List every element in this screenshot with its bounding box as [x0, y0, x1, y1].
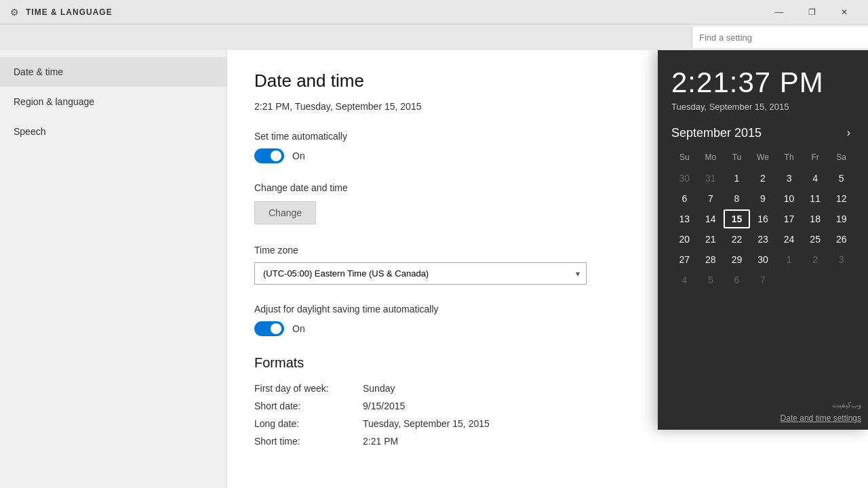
- calendar-day[interactable]: 3: [828, 250, 854, 269]
- calendar-day[interactable]: 8: [724, 189, 750, 208]
- calendar-day[interactable]: 9: [750, 189, 776, 208]
- calendar-header-row: Su Mo Tu We Th Fr Sa: [671, 150, 854, 165]
- calendar-weeks: 3031123456789101112131415161718192021222…: [671, 169, 854, 289]
- calendar-day[interactable]: 24: [776, 230, 802, 249]
- calendar-day[interactable]: 14: [698, 209, 724, 228]
- sidebar: Date & time Region & language Speech: [0, 50, 227, 488]
- calendar-day[interactable]: 4: [802, 169, 829, 188]
- calendar-day[interactable]: 11: [802, 189, 829, 208]
- calendar-day[interactable]: 31: [698, 169, 724, 188]
- timezone-select-wrapper: (UTC-05:00) Eastern Time (US & Canada)(U…: [254, 262, 587, 285]
- sidebar-item-date-time[interactable]: Date & time: [0, 57, 226, 87]
- calendar-day[interactable]: 30: [750, 250, 776, 269]
- calendar-day[interactable]: 15: [724, 209, 750, 228]
- calendar-day[interactable]: [802, 270, 829, 289]
- calendar-settings-link[interactable]: Date and time settings: [781, 413, 861, 423]
- format-row-3: Short time: 2:21 PM: [254, 436, 841, 447]
- calendar-day[interactable]: 2: [802, 250, 829, 269]
- calendar-day[interactable]: 27: [671, 250, 698, 269]
- search-input[interactable]: [692, 26, 868, 48]
- calendar-day[interactable]: 26: [828, 230, 854, 249]
- calendar-day[interactable]: [828, 270, 854, 289]
- cal-header-th: Th: [776, 150, 802, 165]
- cal-header-we: We: [750, 150, 776, 165]
- sidebar-item-region[interactable]: Region & language: [0, 87, 226, 117]
- calendar-next-button[interactable]: ›: [843, 125, 854, 140]
- calendar-day[interactable]: 22: [724, 230, 750, 249]
- settings-icon: ⚙: [8, 6, 20, 18]
- set-time-auto-toggle[interactable]: [254, 148, 284, 163]
- calendar-day[interactable]: 13: [671, 209, 698, 228]
- calendar-day[interactable]: 23: [750, 230, 776, 249]
- calendar-day[interactable]: 2: [750, 169, 776, 188]
- header-search-row: [0, 24, 868, 50]
- calendar-day[interactable]: 16: [750, 209, 776, 228]
- calendar-day[interactable]: 6: [671, 189, 698, 208]
- cal-header-sa: Sa: [828, 150, 854, 165]
- daylight-saving-toggle[interactable]: [254, 321, 284, 336]
- minimize-button[interactable]: —: [764, 3, 795, 22]
- calendar-day[interactable]: 28: [698, 250, 724, 269]
- timezone-select[interactable]: (UTC-05:00) Eastern Time (US & Canada)(U…: [254, 262, 587, 285]
- calendar-day[interactable]: 20: [671, 230, 698, 249]
- calendar-day[interactable]: 7: [750, 270, 776, 289]
- title-bar-text: TIME & LANGUAGE: [26, 7, 764, 17]
- calendar-day[interactable]: 25: [802, 230, 829, 249]
- calendar-week-row: 303112345: [671, 169, 854, 188]
- calendar-grid: Su Mo Tu We Th Fr Sa 3031123456789101112…: [671, 150, 854, 289]
- content-area-wrapper: Date and time 2:21 PM, Tuesday, Septembe…: [227, 50, 868, 488]
- calendar-week-row: 20212223242526: [671, 230, 854, 249]
- calendar-day[interactable]: 17: [776, 209, 802, 228]
- calendar-day[interactable]: 21: [698, 230, 724, 249]
- calendar-day[interactable]: 18: [802, 209, 829, 228]
- calendar-day[interactable]: [776, 270, 802, 289]
- calendar-week-row: 27282930123: [671, 250, 854, 269]
- calendar-day[interactable]: 10: [776, 189, 802, 208]
- calendar-day[interactable]: 6: [724, 270, 750, 289]
- calendar-day[interactable]: 1: [776, 250, 802, 269]
- calendar-day[interactable]: 1: [724, 169, 750, 188]
- calendar-day[interactable]: 5: [698, 270, 724, 289]
- calendar-watermark: وب‌کیفیت: [832, 401, 861, 409]
- set-time-auto-state: On: [292, 150, 305, 161]
- daylight-saving-state: On: [292, 323, 305, 334]
- calendar-day[interactable]: 3: [776, 169, 802, 188]
- app-container: Date & time Region & language Speech Dat…: [0, 50, 868, 488]
- calendar-day[interactable]: 29: [724, 250, 750, 269]
- calendar-day[interactable]: 5: [828, 169, 854, 188]
- calendar-day[interactable]: 12: [828, 189, 854, 208]
- calendar-day[interactable]: 7: [698, 189, 724, 208]
- clock-date: Tuesday, September 15, 2015: [671, 102, 854, 112]
- calendar-week-row: 6789101112: [671, 189, 854, 208]
- cal-header-su: Su: [671, 150, 698, 165]
- close-button[interactable]: ✕: [829, 3, 860, 22]
- calendar-day[interactable]: 4: [671, 270, 698, 289]
- calendar-week-row: 13141516171819: [671, 209, 854, 228]
- cal-header-fr: Fr: [802, 150, 829, 165]
- change-button[interactable]: Change: [254, 201, 316, 224]
- cal-header-tu: Tu: [724, 150, 750, 165]
- set-time-auto-knob: [271, 150, 281, 161]
- clock-time: 2:21:37 PM: [671, 66, 854, 99]
- calendar-day[interactable]: 19: [828, 209, 854, 228]
- restore-button[interactable]: ❐: [796, 3, 827, 22]
- sidebar-item-speech[interactable]: Speech: [0, 117, 226, 146]
- calendar-day[interactable]: 30: [671, 169, 698, 188]
- window-controls: — ❐ ✕: [764, 3, 860, 22]
- calendar-month-year: September 2015 ›: [671, 125, 854, 140]
- calendar-overlay: 2:21:37 PM Tuesday, September 15, 2015 S…: [658, 50, 868, 430]
- daylight-saving-knob: [271, 323, 281, 334]
- title-bar: ⚙ TIME & LANGUAGE — ❐ ✕: [0, 0, 868, 24]
- cal-header-mo: Mo: [698, 150, 724, 165]
- calendar-week-row: 4567: [671, 270, 854, 289]
